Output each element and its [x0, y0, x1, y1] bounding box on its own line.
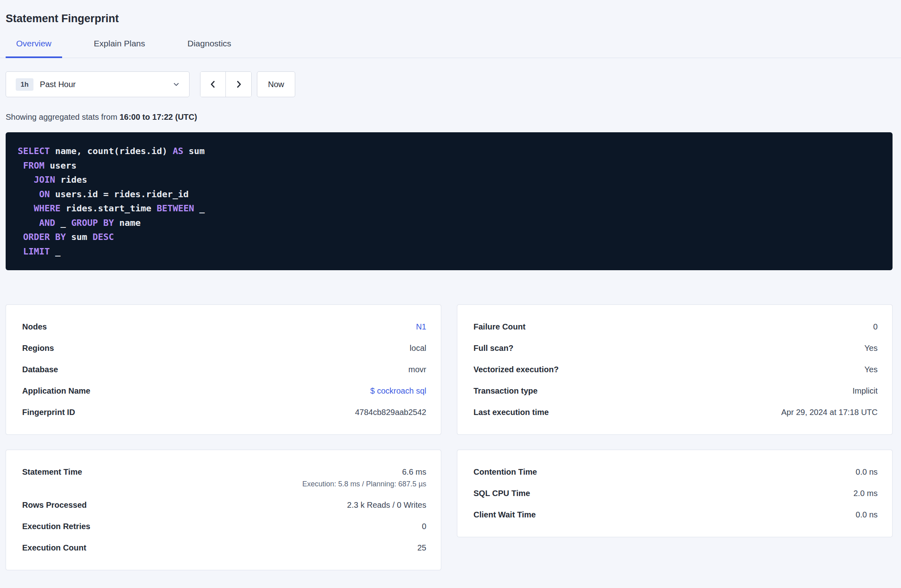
stat-row: Full scan?Yes [473, 338, 878, 359]
interval-step-group [200, 71, 252, 97]
stat-value: 0.0 ns [856, 510, 878, 519]
sql-text [18, 189, 39, 199]
stat-label: Full scan? [473, 344, 526, 353]
chevron-right-icon [234, 79, 244, 90]
stat-row: Transaction typeImplicit [473, 380, 878, 402]
stats-cards-grid: NodesN1RegionslocalDatabasemovrApplicati… [6, 304, 893, 570]
sql-keyword: FROM [23, 161, 44, 171]
stat-value-wrap: 0.0 ns [856, 510, 878, 519]
sql-keyword: ORDER BY [23, 232, 66, 242]
stat-value-wrap: N1 [416, 322, 426, 332]
tab-bar: OverviewExplain PlansDiagnostics [6, 31, 893, 58]
stat-value-wrap: 0.0 ns [856, 467, 878, 477]
stat-value: Implicit [853, 386, 878, 396]
tab-diagnostics[interactable]: Diagnostics [177, 31, 242, 58]
card-timing-left: Statement Time6.6 msExecution: 5.8 ms / … [6, 450, 441, 570]
aggregated-stats-line: Showing aggregated stats from 16:00 to 1… [6, 113, 893, 122]
stat-row: Fingerprint ID4784cb829aab2542 [22, 402, 426, 423]
stat-label: Contention Time [473, 467, 549, 477]
stat-value-wrap: movr [409, 365, 426, 374]
sql-text [18, 218, 39, 228]
now-button[interactable]: Now [257, 71, 295, 97]
stat-value-link[interactable]: $ cockroach sql [370, 386, 426, 396]
stat-value-wrap: 4784cb829aab2542 [355, 408, 426, 417]
sql-keyword: AND [39, 218, 55, 228]
prev-interval-button[interactable] [200, 72, 226, 97]
stat-row: Vectorized execution?Yes [473, 359, 878, 380]
sql-keyword: ON [39, 189, 50, 199]
stat-value: Yes [864, 365, 878, 374]
stat-value: movr [409, 365, 426, 374]
tab-explain-plans[interactable]: Explain Plans [83, 31, 156, 58]
sql-keyword: LIMIT [23, 246, 50, 256]
tab-overview[interactable]: Overview [6, 31, 62, 58]
stat-value-wrap: Yes [864, 344, 878, 353]
stat-value-wrap: Implicit [853, 386, 878, 396]
stat-label: Execution Count [22, 543, 98, 553]
stat-label: Failure Count [473, 322, 538, 332]
stat-value: Apr 29, 2024 at 17:18 UTC [781, 408, 878, 417]
stat-value: 0 [873, 322, 878, 332]
stat-row: Failure Count0 [473, 316, 878, 338]
time-range-dropdown[interactable]: 1h Past Hour [6, 71, 190, 97]
stat-label: Database [22, 365, 70, 374]
stat-label: Execution Retries [22, 522, 102, 531]
next-interval-button[interactable] [226, 72, 251, 97]
sql-keyword: SELECT [18, 146, 50, 156]
stat-label: Regions [22, 344, 66, 353]
stats-line-prefix: Showing aggregated stats from [6, 113, 117, 121]
stat-label: Nodes [22, 322, 59, 332]
sql-statement: SELECT name, count(rides.id) AS sum FROM… [6, 132, 893, 270]
statement-fingerprint-page: Statement Fingerprint OverviewExplain Pl… [0, 11, 901, 586]
sql-text: name, count(rides.id) [50, 146, 173, 156]
stat-row: Execution Count25 [22, 537, 426, 559]
stat-value-wrap: Yes [864, 365, 878, 374]
stat-row: SQL CPU Time2.0 ms [473, 483, 878, 504]
sql-text: _ [55, 218, 71, 228]
sql-text: name [114, 218, 140, 228]
sql-text: _ [194, 203, 205, 213]
sql-keyword: AS [173, 146, 184, 156]
card-details-right: Failure Count0Full scan?YesVectorized ex… [457, 304, 893, 435]
sql-keyword: WHERE [34, 203, 60, 213]
stat-value: 0 [422, 522, 426, 531]
stat-label: Vectorized execution? [473, 365, 571, 374]
stat-value-wrap: 2.3 k Reads / 0 Writes [347, 500, 426, 510]
stat-value-wrap: $ cockroach sql [370, 386, 426, 396]
page-title: Statement Fingerprint [6, 11, 893, 26]
stat-value: 2.0 ms [853, 489, 878, 498]
sql-keyword: DESC [92, 232, 114, 242]
sql-text: sum [66, 232, 92, 242]
sql-keyword: BETWEEN [156, 203, 194, 213]
chevron-left-icon [208, 79, 218, 90]
sql-keyword: GROUP BY [71, 218, 114, 228]
sql-text: users.id = rides.rider_id [50, 189, 188, 199]
card-timing-right: Contention Time0.0 nsSQL CPU Time2.0 msC… [457, 450, 893, 537]
stat-row: Rows Processed2.3 k Reads / 0 Writes [22, 494, 426, 516]
stat-row: Last execution timeApr 29, 2024 at 17:18… [473, 402, 878, 423]
chevron-down-icon [172, 80, 180, 88]
stat-label: Last execution time [473, 408, 561, 417]
sql-text [18, 246, 23, 256]
sql-text [18, 175, 34, 185]
stat-label: Transaction type [473, 386, 550, 396]
time-controls: 1h Past Hour Now [6, 71, 893, 97]
stat-value-wrap: Apr 29, 2024 at 17:18 UTC [781, 408, 878, 417]
stat-value-wrap: 6.6 msExecution: 5.8 ms / Planning: 687.… [302, 467, 426, 488]
interval-badge: 1h [16, 78, 33, 91]
sql-text [18, 161, 23, 171]
stat-label: Fingerprint ID [22, 408, 87, 417]
stat-label: Client Wait Time [473, 510, 548, 519]
stat-row: Execution Retries0 [22, 516, 426, 537]
stat-row: Databasemovr [22, 359, 426, 380]
stat-value: 2.3 k Reads / 0 Writes [347, 500, 426, 510]
stat-value-wrap: 25 [417, 543, 426, 553]
sql-text: rides [55, 175, 87, 185]
stat-value-link[interactable]: N1 [416, 322, 426, 332]
stat-subtext: Execution: 5.8 ms / Planning: 687.5 µs [302, 480, 426, 488]
stat-row: Client Wait Time0.0 ns [473, 504, 878, 525]
stat-label: SQL CPU Time [473, 489, 542, 498]
time-range-label: Past Hour [40, 80, 76, 89]
card-details-left: NodesN1RegionslocalDatabasemovrApplicati… [6, 304, 441, 435]
stat-label: Rows Processed [22, 500, 99, 510]
